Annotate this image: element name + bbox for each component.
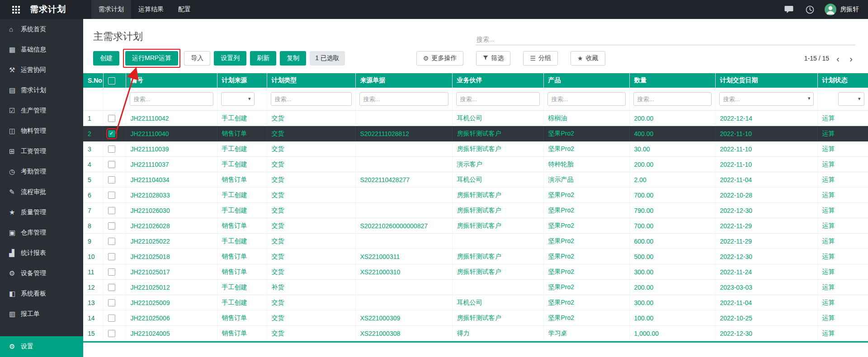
- top-menu-item[interactable]: 配置: [171, 0, 198, 19]
- col-header-code[interactable]: 编号: [126, 73, 217, 88]
- table-row[interactable]: 6JH221028033手工创建交货房振轩测试客户坚果Pro2700.00202…: [83, 188, 868, 203]
- cell-code[interactable]: JH221025009: [126, 295, 217, 310]
- top-menu-item[interactable]: 需求计划: [91, 0, 131, 19]
- cell-code[interactable]: JH221028033: [126, 188, 217, 203]
- col-header-partner[interactable]: 业务伙伴: [452, 73, 543, 88]
- import-button[interactable]: 导入: [184, 51, 210, 66]
- sidebar-item-dashboard[interactable]: ◧系统看板: [0, 283, 83, 304]
- cell-status[interactable]: 运算: [817, 234, 868, 249]
- copy-button[interactable]: 复制: [280, 51, 306, 66]
- cell-code[interactable]: JH221024005: [126, 326, 217, 341]
- row-checkbox[interactable]: [108, 146, 115, 153]
- table-row[interactable]: 14JH221025006销售订单交货XS221000309房振轩测试客户坚果P…: [83, 310, 868, 326]
- run-mrp-button[interactable]: 运行MRP运算: [125, 51, 178, 66]
- cell-code[interactable]: JH221025006: [126, 310, 217, 326]
- filter-select-status[interactable]: ▾: [838, 92, 864, 106]
- sidebar-item-material[interactable]: ◫物料管理: [0, 121, 83, 141]
- col-header-date[interactable]: 计划交货日期: [715, 73, 817, 88]
- cell-code[interactable]: JH221110040: [126, 126, 217, 141]
- row-checkbox[interactable]: [108, 268, 115, 276]
- sidebar-item-attendance[interactable]: ◷考勤管理: [0, 161, 83, 182]
- favorite-button[interactable]: ★ 收藏: [571, 51, 605, 66]
- col-header-product[interactable]: 产品: [543, 73, 629, 88]
- table-row[interactable]: 13JH221025009手工创建交货耳机公司坚果Pro2300.002022-…: [83, 295, 868, 310]
- cell-status[interactable]: 运算: [817, 141, 868, 157]
- row-checkbox[interactable]: [108, 161, 115, 168]
- cell-code[interactable]: JH221110039: [126, 141, 217, 157]
- row-checkbox[interactable]: [108, 207, 115, 214]
- cell-code[interactable]: JH221025022: [126, 234, 217, 249]
- sidebar-item-home[interactable]: ⌂系统首页: [0, 19, 83, 39]
- sidebar-item-equipment[interactable]: ⚙设备管理: [0, 263, 83, 283]
- table-row[interactable]: 2JH221110040销售订单交货S2022111028812房振轩测试客户坚…: [83, 126, 868, 141]
- cell-status[interactable]: 运算: [817, 295, 868, 310]
- cell-status[interactable]: 运算: [817, 188, 868, 203]
- row-checkbox[interactable]: [108, 192, 115, 199]
- cell-code[interactable]: JH221025012: [126, 280, 217, 295]
- sidebar-item-operation[interactable]: ⚒运营协同: [0, 60, 83, 80]
- filter-input-qty[interactable]: [633, 92, 712, 106]
- cell-status[interactable]: 运算: [817, 126, 868, 141]
- table-row[interactable]: 8JH221026028销售订单交货S202210260000000827房振轩…: [83, 218, 868, 234]
- cell-status[interactable]: 运算: [817, 203, 868, 218]
- user-menu[interactable]: 房振轩: [825, 4, 859, 15]
- col-header-doc[interactable]: 来源单据: [355, 73, 452, 88]
- cell-code[interactable]: JH221025018: [126, 249, 217, 264]
- sidebar-item-quality[interactable]: ★质量管理: [0, 202, 83, 222]
- global-search-input[interactable]: [476, 34, 855, 45]
- filter-input-doc[interactable]: [359, 92, 448, 106]
- top-menu-item[interactable]: 运算结果: [131, 0, 171, 19]
- row-checkbox[interactable]: [108, 284, 115, 291]
- row-checkbox[interactable]: [108, 299, 115, 306]
- table-row[interactable]: 7JH221026030手工创建交货房振轩测试客户坚果Pro2790.00202…: [83, 203, 868, 218]
- table-row[interactable]: 3JH221110039手工创建交货房振轩测试客户坚果Pro230.002022…: [83, 141, 868, 157]
- table-row[interactable]: 15JH221024005销售订单交货XS221000308得力学习桌1,000…: [83, 326, 868, 341]
- create-button[interactable]: 创建: [93, 51, 119, 66]
- cell-code[interactable]: JH221104034: [126, 172, 217, 188]
- cell-status[interactable]: 运算: [817, 111, 868, 126]
- filter-input-product[interactable]: [547, 92, 626, 106]
- table-row[interactable]: 5JH221104034销售订单交货S2022110428277耳机公司演示产品…: [83, 172, 868, 188]
- col-header-sno[interactable]: S.No: [83, 73, 103, 88]
- filter-select-source[interactable]: ▾: [221, 92, 255, 106]
- cell-status[interactable]: 运算: [817, 264, 868, 280]
- cell-code[interactable]: JH221110042: [126, 111, 217, 126]
- sidebar-item-base-info[interactable]: ▦基础信息: [0, 39, 83, 60]
- cell-code[interactable]: JH221025017: [126, 264, 217, 280]
- table-row[interactable]: 11JH221025017销售订单交货XS221000310房振轩测试客户坚果P…: [83, 264, 868, 280]
- group-button[interactable]: ☰ 分组: [523, 51, 558, 66]
- col-header-status[interactable]: 计划状态: [817, 73, 868, 88]
- cell-status[interactable]: 运算: [817, 249, 868, 264]
- table-row[interactable]: 9JH221025022手工创建交货坚果Pro2600.002022-11-29…: [83, 234, 868, 249]
- table-row[interactable]: 12JH221025012手工创建补货坚果Pro2200.002023-03-0…: [83, 280, 868, 295]
- apps-grid-icon[interactable]: [9, 3, 23, 16]
- table-row[interactable]: 1JH221110042手工创建交货耳机公司棕榈油200.002022-12-1…: [83, 111, 868, 126]
- cell-code[interactable]: JH221026028: [126, 218, 217, 234]
- filter-input-type[interactable]: [271, 92, 352, 106]
- sidebar-item-production[interactable]: ☑生产管理: [0, 100, 83, 121]
- cell-code[interactable]: JH221110037: [126, 157, 217, 172]
- row-checkbox[interactable]: [108, 115, 115, 122]
- cell-status[interactable]: 运算: [817, 157, 868, 172]
- row-checkbox[interactable]: [108, 222, 115, 230]
- col-header-type[interactable]: 计划类型: [267, 73, 355, 88]
- row-checkbox[interactable]: [108, 330, 115, 337]
- row-checkbox[interactable]: [108, 253, 115, 260]
- filter-input-date[interactable]: [719, 92, 814, 106]
- row-checkbox[interactable]: [108, 130, 115, 137]
- filter-input-code[interactable]: [130, 92, 213, 106]
- messages-icon[interactable]: [783, 4, 795, 15]
- set-columns-button[interactable]: 设置列: [214, 51, 246, 66]
- select-all-checkbox[interactable]: [108, 77, 115, 85]
- sidebar-item-approval[interactable]: ✎流程审批: [0, 182, 83, 202]
- sidebar-item-work-order[interactable]: ▥报工单: [0, 304, 83, 324]
- col-header-source[interactable]: 计划来源: [217, 73, 267, 88]
- sidebar-item-salary[interactable]: ⊞工资管理: [0, 141, 83, 161]
- row-checkbox[interactable]: [108, 176, 115, 183]
- cell-status[interactable]: 运算: [817, 310, 868, 326]
- filter-button[interactable]: 筛选: [476, 51, 510, 66]
- sidebar-item-demand-plan[interactable]: ▤需求计划: [0, 80, 83, 100]
- sidebar-item-settings[interactable]: ⚙ 设置: [0, 336, 83, 357]
- col-header-qty[interactable]: 数量: [629, 73, 715, 88]
- cell-code[interactable]: JH221026030: [126, 203, 217, 218]
